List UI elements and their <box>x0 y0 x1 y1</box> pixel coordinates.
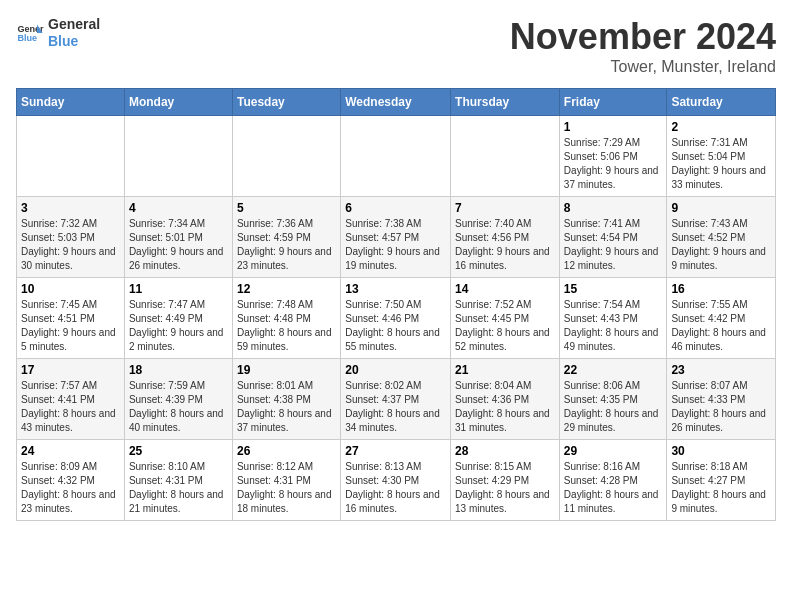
logo-general: General <box>48 16 100 33</box>
table-row <box>124 116 232 197</box>
logo-icon: General Blue <box>16 19 44 47</box>
day-number: 27 <box>345 444 446 458</box>
calendar-header-row: Sunday Monday Tuesday Wednesday Thursday… <box>17 89 776 116</box>
day-info: Sunrise: 8:12 AMSunset: 4:31 PMDaylight:… <box>237 460 336 516</box>
day-number: 11 <box>129 282 228 296</box>
day-number: 22 <box>564 363 663 377</box>
day-info: Sunrise: 8:15 AMSunset: 4:29 PMDaylight:… <box>455 460 555 516</box>
table-row: 7Sunrise: 7:40 AMSunset: 4:56 PMDaylight… <box>451 197 560 278</box>
day-number: 15 <box>564 282 663 296</box>
day-number: 26 <box>237 444 336 458</box>
calendar-week-row: 10Sunrise: 7:45 AMSunset: 4:51 PMDayligh… <box>17 278 776 359</box>
page-header: General Blue General Blue November 2024 … <box>16 16 776 76</box>
table-row: 1Sunrise: 7:29 AMSunset: 5:06 PMDaylight… <box>559 116 667 197</box>
table-row: 29Sunrise: 8:16 AMSunset: 4:28 PMDayligh… <box>559 440 667 521</box>
title-section: November 2024 Tower, Munster, Ireland <box>510 16 776 76</box>
day-info: Sunrise: 7:50 AMSunset: 4:46 PMDaylight:… <box>345 298 446 354</box>
day-info: Sunrise: 7:54 AMSunset: 4:43 PMDaylight:… <box>564 298 663 354</box>
day-number: 25 <box>129 444 228 458</box>
table-row: 12Sunrise: 7:48 AMSunset: 4:48 PMDayligh… <box>232 278 340 359</box>
day-info: Sunrise: 8:18 AMSunset: 4:27 PMDaylight:… <box>671 460 771 516</box>
table-row: 3Sunrise: 7:32 AMSunset: 5:03 PMDaylight… <box>17 197 125 278</box>
table-row: 16Sunrise: 7:55 AMSunset: 4:42 PMDayligh… <box>667 278 776 359</box>
day-number: 5 <box>237 201 336 215</box>
day-number: 17 <box>21 363 120 377</box>
table-row: 23Sunrise: 8:07 AMSunset: 4:33 PMDayligh… <box>667 359 776 440</box>
day-number: 30 <box>671 444 771 458</box>
table-row: 17Sunrise: 7:57 AMSunset: 4:41 PMDayligh… <box>17 359 125 440</box>
table-row: 6Sunrise: 7:38 AMSunset: 4:57 PMDaylight… <box>341 197 451 278</box>
table-row: 22Sunrise: 8:06 AMSunset: 4:35 PMDayligh… <box>559 359 667 440</box>
day-number: 10 <box>21 282 120 296</box>
day-info: Sunrise: 8:06 AMSunset: 4:35 PMDaylight:… <box>564 379 663 435</box>
svg-text:Blue: Blue <box>17 33 37 43</box>
day-info: Sunrise: 7:40 AMSunset: 4:56 PMDaylight:… <box>455 217 555 273</box>
day-info: Sunrise: 7:32 AMSunset: 5:03 PMDaylight:… <box>21 217 120 273</box>
table-row: 18Sunrise: 7:59 AMSunset: 4:39 PMDayligh… <box>124 359 232 440</box>
day-number: 3 <box>21 201 120 215</box>
table-row: 15Sunrise: 7:54 AMSunset: 4:43 PMDayligh… <box>559 278 667 359</box>
day-info: Sunrise: 7:48 AMSunset: 4:48 PMDaylight:… <box>237 298 336 354</box>
header-saturday: Saturday <box>667 89 776 116</box>
day-info: Sunrise: 8:04 AMSunset: 4:36 PMDaylight:… <box>455 379 555 435</box>
logo-blue: Blue <box>48 33 100 50</box>
day-info: Sunrise: 7:38 AMSunset: 4:57 PMDaylight:… <box>345 217 446 273</box>
day-number: 7 <box>455 201 555 215</box>
table-row: 27Sunrise: 8:13 AMSunset: 4:30 PMDayligh… <box>341 440 451 521</box>
header-thursday: Thursday <box>451 89 560 116</box>
logo: General Blue General Blue <box>16 16 100 50</box>
table-row: 11Sunrise: 7:47 AMSunset: 4:49 PMDayligh… <box>124 278 232 359</box>
day-info: Sunrise: 7:31 AMSunset: 5:04 PMDaylight:… <box>671 136 771 192</box>
header-tuesday: Tuesday <box>232 89 340 116</box>
table-row: 14Sunrise: 7:52 AMSunset: 4:45 PMDayligh… <box>451 278 560 359</box>
table-row: 8Sunrise: 7:41 AMSunset: 4:54 PMDaylight… <box>559 197 667 278</box>
day-info: Sunrise: 7:36 AMSunset: 4:59 PMDaylight:… <box>237 217 336 273</box>
day-info: Sunrise: 8:10 AMSunset: 4:31 PMDaylight:… <box>129 460 228 516</box>
day-number: 6 <box>345 201 446 215</box>
table-row: 4Sunrise: 7:34 AMSunset: 5:01 PMDaylight… <box>124 197 232 278</box>
day-number: 16 <box>671 282 771 296</box>
table-row: 2Sunrise: 7:31 AMSunset: 5:04 PMDaylight… <box>667 116 776 197</box>
day-number: 20 <box>345 363 446 377</box>
day-info: Sunrise: 8:02 AMSunset: 4:37 PMDaylight:… <box>345 379 446 435</box>
day-info: Sunrise: 8:07 AMSunset: 4:33 PMDaylight:… <box>671 379 771 435</box>
day-info: Sunrise: 8:16 AMSunset: 4:28 PMDaylight:… <box>564 460 663 516</box>
day-info: Sunrise: 7:41 AMSunset: 4:54 PMDaylight:… <box>564 217 663 273</box>
day-info: Sunrise: 7:57 AMSunset: 4:41 PMDaylight:… <box>21 379 120 435</box>
day-info: Sunrise: 7:45 AMSunset: 4:51 PMDaylight:… <box>21 298 120 354</box>
header-wednesday: Wednesday <box>341 89 451 116</box>
day-number: 24 <box>21 444 120 458</box>
table-row <box>451 116 560 197</box>
table-row: 5Sunrise: 7:36 AMSunset: 4:59 PMDaylight… <box>232 197 340 278</box>
table-row <box>17 116 125 197</box>
calendar-week-row: 1Sunrise: 7:29 AMSunset: 5:06 PMDaylight… <box>17 116 776 197</box>
day-number: 21 <box>455 363 555 377</box>
day-info: Sunrise: 7:52 AMSunset: 4:45 PMDaylight:… <box>455 298 555 354</box>
table-row <box>232 116 340 197</box>
day-info: Sunrise: 8:13 AMSunset: 4:30 PMDaylight:… <box>345 460 446 516</box>
header-friday: Friday <box>559 89 667 116</box>
table-row: 20Sunrise: 8:02 AMSunset: 4:37 PMDayligh… <box>341 359 451 440</box>
day-number: 23 <box>671 363 771 377</box>
table-row: 30Sunrise: 8:18 AMSunset: 4:27 PMDayligh… <box>667 440 776 521</box>
day-number: 14 <box>455 282 555 296</box>
day-number: 13 <box>345 282 446 296</box>
table-row: 28Sunrise: 8:15 AMSunset: 4:29 PMDayligh… <box>451 440 560 521</box>
calendar-table: Sunday Monday Tuesday Wednesday Thursday… <box>16 88 776 521</box>
calendar-week-row: 17Sunrise: 7:57 AMSunset: 4:41 PMDayligh… <box>17 359 776 440</box>
table-row: 21Sunrise: 8:04 AMSunset: 4:36 PMDayligh… <box>451 359 560 440</box>
table-row <box>341 116 451 197</box>
day-number: 18 <box>129 363 228 377</box>
day-info: Sunrise: 7:29 AMSunset: 5:06 PMDaylight:… <box>564 136 663 192</box>
day-number: 29 <box>564 444 663 458</box>
table-row: 19Sunrise: 8:01 AMSunset: 4:38 PMDayligh… <box>232 359 340 440</box>
calendar-week-row: 24Sunrise: 8:09 AMSunset: 4:32 PMDayligh… <box>17 440 776 521</box>
day-info: Sunrise: 7:34 AMSunset: 5:01 PMDaylight:… <box>129 217 228 273</box>
day-number: 28 <box>455 444 555 458</box>
day-info: Sunrise: 7:55 AMSunset: 4:42 PMDaylight:… <box>671 298 771 354</box>
table-row: 24Sunrise: 8:09 AMSunset: 4:32 PMDayligh… <box>17 440 125 521</box>
day-info: Sunrise: 7:47 AMSunset: 4:49 PMDaylight:… <box>129 298 228 354</box>
day-number: 9 <box>671 201 771 215</box>
day-number: 19 <box>237 363 336 377</box>
day-info: Sunrise: 8:09 AMSunset: 4:32 PMDaylight:… <box>21 460 120 516</box>
